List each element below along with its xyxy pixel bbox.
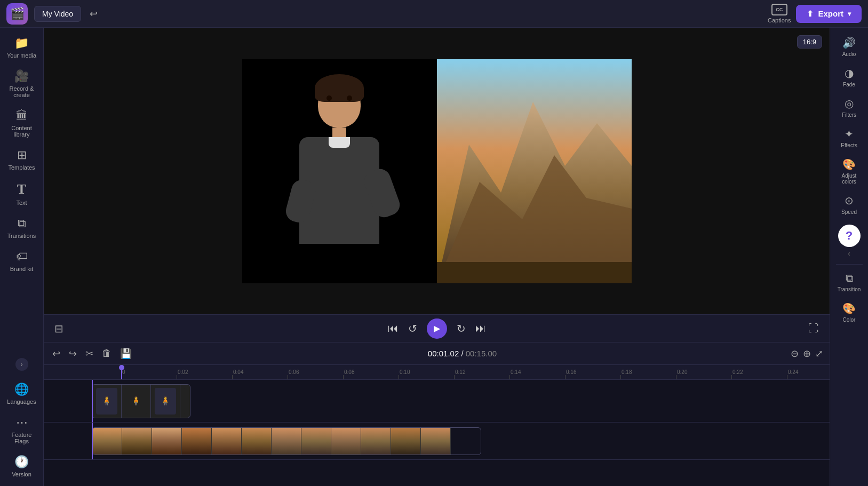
sidebar-item-label: Version — [12, 471, 31, 477]
playback-bar: ⊟ ⏮ ↺ ▶ ↻ ⏭ ⛶ — [44, 314, 830, 342]
right-sidebar-item-fade[interactable]: ◑ Fade — [831, 62, 867, 92]
timeline-area: ↩ ↪ ✂ 🗑 💾 00:01.02 / 00:15.00 ⊖ ⊕ ⤢ — [44, 342, 830, 486]
zoom-controls: ⊖ ⊕ ⤢ — [791, 348, 823, 360]
ruler-mark: 0:12 — [454, 369, 509, 379]
app-logo: 🎬 — [6, 3, 28, 25]
topbar-undo-icon[interactable]: ↩ — [87, 6, 100, 22]
sidebar-item-version[interactable]: 🕐 Version — [2, 451, 42, 482]
fit-to-window-icon[interactable]: ⤢ — [815, 348, 823, 360]
avatar-figure — [270, 65, 409, 278]
captions-button[interactable]: CC Captions — [768, 4, 791, 23]
ruler-label: 0:08 — [343, 369, 354, 375]
video-left-panel — [242, 59, 437, 283]
right-sidebar-item-transition[interactable]: ⧉ Transition — [831, 268, 867, 297]
ruler-label: 0:18 — [620, 369, 632, 375]
ruler-label: 0:06 — [288, 369, 299, 375]
total-time: 00:15.00 — [466, 349, 497, 358]
preview-container — [44, 28, 830, 314]
video-clip[interactable]: 🧍 🧍 🧍 🧍 — [92, 384, 190, 418]
your-media-icon: 📁 — [14, 36, 29, 50]
cut-icon[interactable]: ✂ — [83, 346, 95, 362]
track-content-video: 🧍 🧍 🧍 🧍 — [92, 380, 830, 422]
feature-flags-icon: ⋯ — [16, 416, 28, 429]
export-chevron-icon: ▾ — [848, 10, 851, 18]
transitions-icon: ⧉ — [18, 217, 26, 230]
sidebar-item-label: Transitions — [7, 233, 36, 239]
play-button[interactable]: ▶ — [427, 318, 447, 339]
collapse-arrow[interactable]: ‹ — [844, 248, 855, 259]
ruler-mark: 0:24 — [787, 369, 830, 379]
subtitles-icon[interactable]: ⊟ — [54, 322, 63, 335]
right-sidebar-item-effects[interactable]: ✦ Effects — [831, 123, 867, 153]
help-bubble[interactable]: ? — [838, 225, 861, 247]
timeline-tracks: 🧍 🧍 🧍 🧍 — [44, 380, 830, 486]
export-label: Export — [818, 9, 843, 18]
brand-kit-icon: 🏷 — [16, 250, 28, 264]
sidebar-collapse-button[interactable]: › — [15, 358, 28, 371]
skip-to-end-icon[interactable]: ⏭ — [475, 322, 486, 334]
video-right-panel — [437, 59, 632, 283]
undo-icon[interactable]: ↩ — [50, 346, 62, 362]
bg-video-clip[interactable] — [92, 427, 481, 455]
right-sidebar-item-audio[interactable]: 🔊 Audio — [831, 32, 867, 61]
captions-icon: CC — [771, 4, 787, 15]
zoom-out-icon[interactable]: ⊖ — [791, 348, 799, 360]
languages-icon: 🌐 — [14, 383, 29, 396]
forward-5s-icon[interactable]: ↻ — [457, 322, 466, 335]
aspect-ratio-badge[interactable]: 16:9 — [797, 35, 822, 49]
clip-thumb-2: 🧍 — [122, 385, 151, 418]
sidebar-item-languages[interactable]: 🌐 Languages — [2, 378, 42, 409]
ruler-label: 0:20 — [676, 369, 687, 375]
right-sidebar-item-adjust-colors[interactable]: 🎨 Adjustcolors — [831, 154, 867, 189]
transition-label: Transition — [838, 286, 861, 292]
redo-icon[interactable]: ↪ — [67, 346, 79, 362]
right-sidebar-item-color[interactable]: 🎨 Color — [831, 298, 867, 327]
ruler-mark: 0:06 — [288, 369, 343, 379]
sidebar-item-brand-kit[interactable]: 🏷 Brand kit — [2, 245, 42, 276]
split-video — [242, 59, 632, 283]
ruler-mark: 0:14 — [509, 369, 565, 379]
sidebar-item-label: Record &create — [10, 85, 34, 98]
record-create-icon: 🎥 — [14, 69, 29, 83]
sidebar-item-templates[interactable]: ⊞ Templates — [2, 144, 42, 175]
right-sidebar-item-filters[interactable]: ◎ Filters — [831, 93, 867, 122]
ruler-label: 0:10 — [399, 369, 410, 375]
skip-to-start-icon[interactable]: ⏮ — [388, 322, 399, 334]
ruler-mark: 0:02 — [177, 369, 232, 379]
effects-label: Effects — [841, 142, 857, 148]
ruler-mark: 0:08 — [343, 369, 399, 379]
sidebar-item-transitions[interactable]: ⧉ Transitions — [2, 212, 42, 243]
adjust-colors-label: Adjustcolors — [842, 173, 857, 185]
color-label: Color — [843, 317, 856, 323]
clip-thumb-3: 🧍 — [151, 385, 180, 418]
sidebar-item-label: Your media — [7, 52, 36, 59]
right-sidebar-item-speed[interactable]: ⊙ Speed — [831, 190, 867, 219]
zoom-in-icon[interactable]: ⊕ — [803, 348, 811, 360]
save-icon[interactable]: 💾 — [118, 346, 134, 362]
sidebar-item-record-create[interactable]: 🎥 Record &create — [2, 65, 42, 102]
ruler-mark: 0:20 — [676, 369, 731, 379]
ruler-label: 0:14 — [509, 369, 521, 375]
ruler-mark: 0:22 — [731, 369, 787, 379]
track-content-bg — [92, 423, 830, 459]
center-area: 16:9 ⊟ ⏮ ↺ ▶ ↻ ⏭ ⛶ ↩ ↪ ✂ 🗑 💾 00:01.02 / — [44, 28, 830, 486]
project-name-button[interactable]: My Video — [34, 6, 81, 22]
sidebar-item-text[interactable]: T Text — [2, 177, 42, 210]
track-row-background — [44, 423, 830, 460]
sidebar-item-label: Text — [16, 200, 27, 206]
templates-icon: ⊞ — [17, 148, 27, 162]
sidebar-item-label: Templates — [8, 164, 35, 171]
filters-label: Filters — [842, 112, 856, 118]
sidebar-item-your-media[interactable]: 📁 Your media — [2, 32, 42, 63]
export-button[interactable]: ⬆ Export ▾ — [796, 5, 862, 23]
rewind-5s-icon[interactable]: ↺ — [408, 322, 417, 335]
fade-label: Fade — [843, 82, 855, 87]
delete-icon[interactable]: 🗑 — [100, 346, 114, 361]
ruler-mark: 0:04 — [232, 369, 288, 379]
fullscreen-icon[interactable]: ⛶ — [808, 322, 819, 334]
sidebar-item-label: Brand kit — [10, 266, 33, 272]
sidebar-item-feature-flags[interactable]: ⋯ FeatureFlags — [2, 411, 42, 449]
time-display: 00:01.02 / 00:15.00 — [428, 349, 497, 358]
sidebar-item-content-library[interactable]: 🏛 Contentlibrary — [2, 105, 42, 142]
ruler-label: 0:16 — [565, 369, 576, 375]
